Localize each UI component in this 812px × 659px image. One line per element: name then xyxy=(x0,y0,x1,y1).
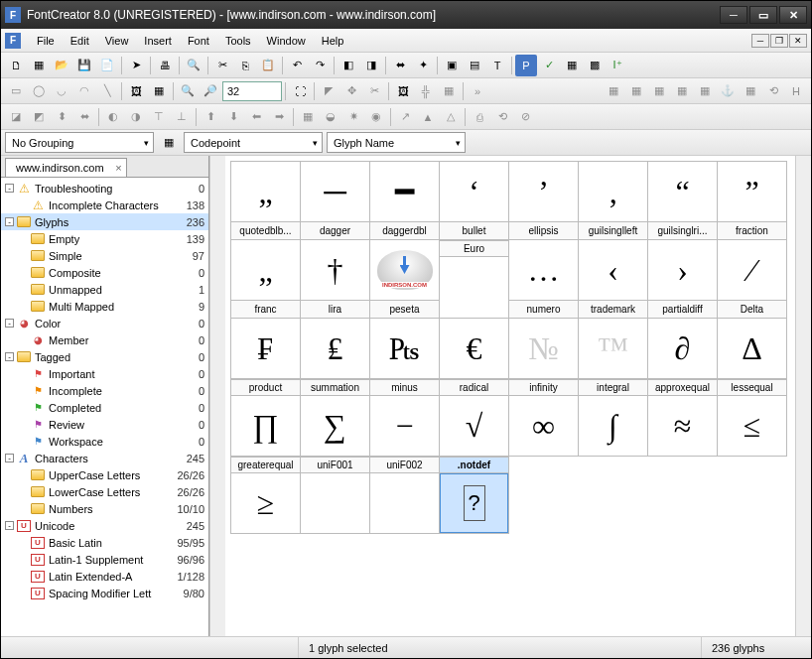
copy-button[interactable]: ⎘ xyxy=(234,55,256,76)
tree-toggle[interactable]: - xyxy=(5,184,14,193)
tree-incomplete[interactable]: ⚑Incomplete0 xyxy=(1,382,208,399)
titlebar[interactable]: F FontCreator 8.0 (UNREGISTERED) - [www.… xyxy=(1,1,811,29)
tool-10-button[interactable]: I⁺ xyxy=(607,55,628,76)
glyph-cell[interactable]: ∞ xyxy=(508,395,579,457)
mdi-close-button[interactable]: ✕ xyxy=(789,34,807,48)
tree-toggle[interactable]: - xyxy=(5,217,14,226)
tool-2-button[interactable]: ◨ xyxy=(360,55,382,76)
glyph-cell[interactable]: ─dagger xyxy=(300,161,370,240)
glyph-cell[interactable]: ”fraction xyxy=(717,161,787,240)
tree-basic-latin[interactable]: UBasic Latin95/95 xyxy=(1,534,208,551)
app-menu-icon[interactable]: F xyxy=(5,33,21,49)
color-button[interactable]: ▦ xyxy=(148,80,170,102)
tool-8-button[interactable]: ▦ xyxy=(561,55,583,76)
glyph-cell[interactable]: ‚guilsinglleft xyxy=(578,161,648,240)
glyph-cell[interactable]: № xyxy=(508,318,579,379)
redo-button[interactable]: ↷ xyxy=(309,55,331,76)
glyph-cell[interactable]: greaterequal xyxy=(230,456,301,473)
open-button[interactable]: 📂 xyxy=(51,55,72,76)
new-project-button[interactable]: ▦ xyxy=(28,55,50,76)
tree-toggle[interactable]: - xyxy=(5,521,14,530)
name-select[interactable]: Glyph Name xyxy=(327,132,466,153)
menu-view[interactable]: View xyxy=(97,32,137,50)
tree-toggle[interactable]: - xyxy=(5,319,14,328)
tree-empty[interactable]: Empty139 xyxy=(1,230,208,247)
menu-edit[interactable]: Edit xyxy=(63,32,97,50)
tree-simple[interactable]: Simple97 xyxy=(1,247,208,264)
glyph-scrollbar[interactable] xyxy=(795,156,811,636)
glyph-cell[interactable]: √ xyxy=(439,395,509,457)
glyph-cell[interactable]: uniF002 xyxy=(369,456,440,473)
menu-help[interactable]: Help xyxy=(314,32,352,50)
glyph-cell[interactable]: Euro xyxy=(439,239,509,257)
tool-7-button[interactable]: T xyxy=(486,55,508,76)
paste-button[interactable]: 📋 xyxy=(257,55,279,76)
mdi-restore-button[interactable]: ❐ xyxy=(770,34,788,48)
preview-button[interactable]: P xyxy=(515,55,537,76)
glyph-cell[interactable]: ∏ xyxy=(230,395,301,457)
glyph-cell[interactable]: € xyxy=(439,318,509,379)
fit-button[interactable]: ⛶ xyxy=(289,80,311,102)
tree-completed[interactable]: ⚑Completed0 xyxy=(1,399,208,416)
glyph-cell[interactable]: ₤ xyxy=(300,318,370,379)
tree-important[interactable]: ⚑Important0 xyxy=(1,365,208,382)
sidebar-scrollbar[interactable] xyxy=(209,156,225,636)
tool-9-button[interactable]: ▩ xyxy=(584,55,606,76)
tree-toggle[interactable]: - xyxy=(5,352,14,361)
find-button[interactable]: 🔍 xyxy=(183,55,204,76)
tree-lowercase-letters[interactable]: LowerCase Letters26/26 xyxy=(1,483,208,500)
tree-characters[interactable]: -ACharacters245 xyxy=(1,450,208,466)
tree-troubleshooting[interactable]: -⚠Troubleshooting0 xyxy=(1,180,208,197)
tree-uppercase-letters[interactable]: UpperCase Letters26/26 xyxy=(1,466,208,483)
tree-unicode[interactable]: -UUnicode245 xyxy=(1,517,208,534)
menu-font[interactable]: Font xyxy=(180,32,217,50)
tree-incomplete-characters[interactable]: ⚠Incomplete Characters138 xyxy=(1,197,208,213)
glyph-cell[interactable]: ? xyxy=(439,472,509,534)
tree-spacing-modifier-lett[interactable]: USpacing Modifier Lett9/80 xyxy=(1,585,208,601)
tree-unmapped[interactable]: Unmapped1 xyxy=(1,281,208,298)
glyph-cell[interactable]: “guilsinglri... xyxy=(647,161,718,240)
glyph-cell[interactable]: integral xyxy=(578,378,648,396)
menu-window[interactable]: Window xyxy=(259,32,314,50)
glyph-cell[interactable]: ’ellipsis xyxy=(508,161,579,240)
glyph-cell[interactable]: Δ xyxy=(717,318,787,379)
glyph-cell[interactable]: ∂ xyxy=(647,318,718,379)
tree-numbers[interactable]: Numbers10/10 xyxy=(1,500,208,517)
bg-button[interactable]: 🖼 xyxy=(392,80,414,102)
glyph-cell[interactable]: radical xyxy=(439,378,509,396)
glyph-cell[interactable]: ‹trademark xyxy=(578,239,648,319)
save-button[interactable]: 💾 xyxy=(73,55,95,76)
tool-3-button[interactable]: ⬌ xyxy=(389,55,411,76)
image-button[interactable]: 🖼 xyxy=(125,80,147,102)
zoom-out-button[interactable]: 🔍 xyxy=(177,80,199,102)
glyph-cell[interactable]: „franc xyxy=(230,239,301,319)
validate-button[interactable]: ✓ xyxy=(538,55,560,76)
tree-multi-mapped[interactable]: Multi Mapped9 xyxy=(1,298,208,315)
tree-glyphs[interactable]: -Glyphs236 xyxy=(1,213,208,230)
glyph-cell[interactable] xyxy=(300,472,370,534)
glyph-cell[interactable]: approxequal xyxy=(647,378,718,396)
menu-tools[interactable]: Tools xyxy=(217,32,259,50)
glyph-cell[interactable]: ‘bullet xyxy=(439,161,509,240)
font-tab[interactable]: www.indirson.com × xyxy=(5,158,127,177)
glyph-cell[interactable]: ≈ xyxy=(647,395,718,457)
glyph-cell[interactable]: − xyxy=(369,395,440,457)
glyph-cell[interactable]: product xyxy=(230,378,301,396)
tool-5-button[interactable]: ▣ xyxy=(441,55,463,76)
tree-latin-extended-a[interactable]: ULatin Extended-A1/128 xyxy=(1,568,208,585)
export-button[interactable]: ➤ xyxy=(125,55,147,76)
close-button[interactable]: ✕ xyxy=(779,6,807,24)
grouping-select[interactable]: No Grouping xyxy=(5,132,154,153)
glyph-grid-area[interactable]: „quotedblb...─dagger━daggerdbl‘bullet’el… xyxy=(225,156,795,636)
glyph-cell[interactable]: minus xyxy=(369,378,440,396)
glyph-cell[interactable]: …numero xyxy=(508,239,579,319)
glyph-cell[interactable]: ⁄Delta xyxy=(717,239,787,319)
glyph-cell[interactable]: †lira xyxy=(300,239,370,319)
glyph-cell[interactable]: ━daggerdbl xyxy=(369,161,440,240)
glyph-cell[interactable]: ∑ xyxy=(300,395,370,457)
new-button[interactable]: 🗋 xyxy=(5,55,27,76)
glyph-cell[interactable]: ™ xyxy=(578,318,648,379)
zoom-in-button[interactable]: 🔎 xyxy=(200,80,221,102)
glyph-cell[interactable]: uniF001 xyxy=(300,456,370,473)
tree-review[interactable]: ⚑Review0 xyxy=(1,416,208,433)
